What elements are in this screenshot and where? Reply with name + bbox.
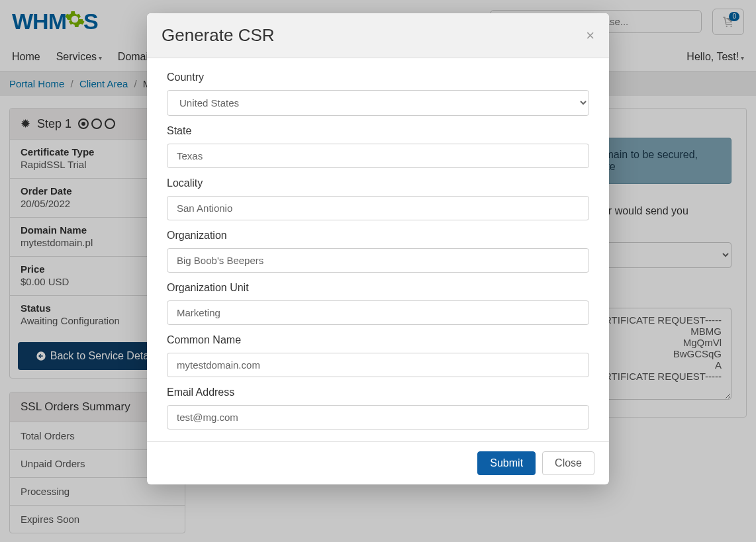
modal-title: Generate CSR bbox=[162, 25, 275, 46]
generate-csr-modal: Generate CSR × Country United States Sta… bbox=[147, 13, 609, 484]
state-label: State bbox=[167, 125, 589, 137]
country-select[interactable]: United States bbox=[167, 90, 589, 116]
ou-label: Organization Unit bbox=[167, 282, 589, 294]
email-label: Email Address bbox=[167, 386, 589, 398]
modal-header: Generate CSR × bbox=[147, 13, 609, 58]
locality-label: Locality bbox=[167, 177, 589, 189]
close-icon[interactable]: × bbox=[586, 27, 594, 44]
submit-button[interactable]: Submit bbox=[477, 451, 536, 475]
email-input[interactable] bbox=[167, 405, 589, 429]
modal-footer: Submit Close bbox=[147, 441, 609, 484]
org-label: Organization bbox=[167, 230, 589, 242]
organization-input[interactable] bbox=[167, 248, 589, 273]
cn-label: Common Name bbox=[167, 334, 589, 346]
close-button[interactable]: Close bbox=[542, 451, 594, 475]
country-label: Country bbox=[167, 71, 589, 83]
locality-input[interactable] bbox=[167, 196, 589, 220]
organization-unit-input[interactable] bbox=[167, 300, 589, 325]
common-name-input[interactable] bbox=[167, 353, 589, 377]
state-input[interactable] bbox=[167, 144, 589, 168]
